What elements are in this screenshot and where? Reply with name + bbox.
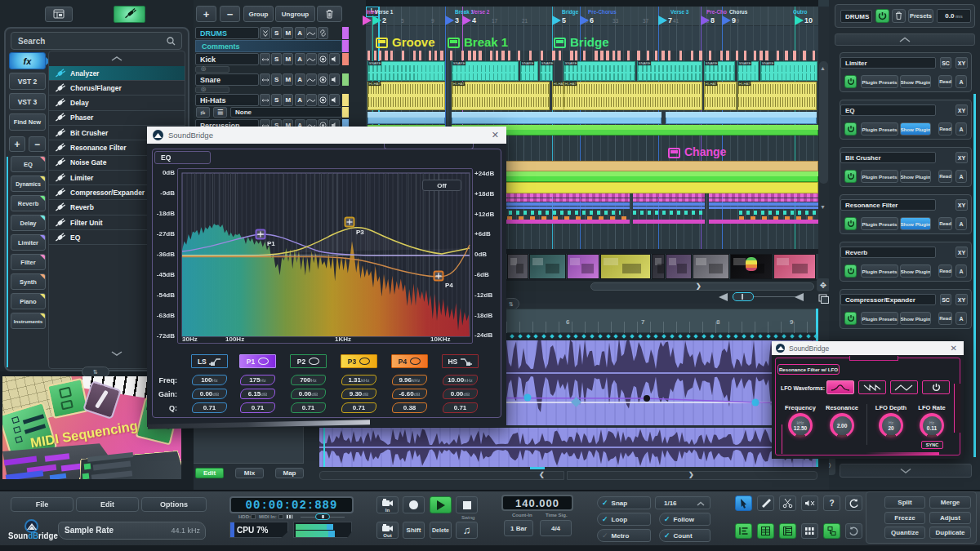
svg-text:P1: P1 — [267, 240, 275, 247]
svg-text:P4: P4 — [445, 282, 453, 289]
svg-text:P3: P3 — [356, 229, 364, 236]
